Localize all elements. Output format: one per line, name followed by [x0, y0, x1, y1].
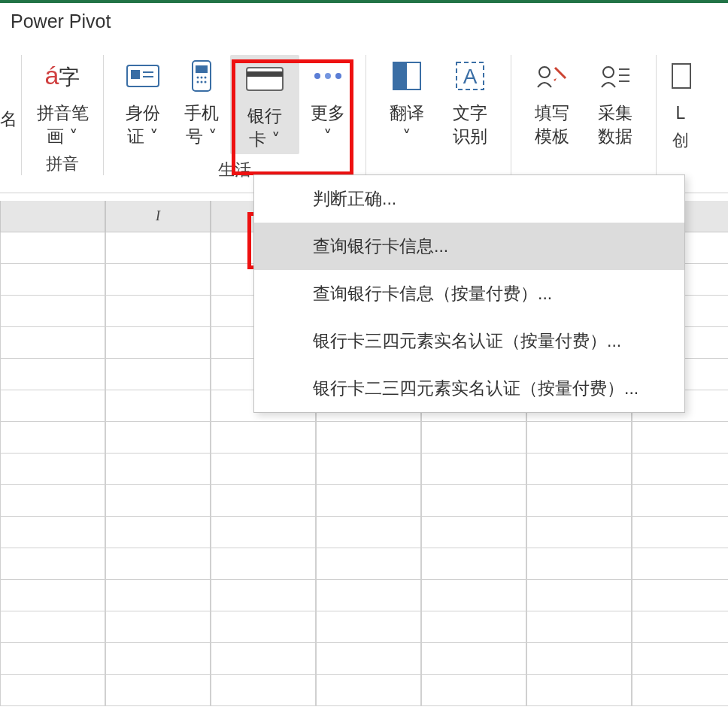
grid-cell[interactable] [211, 454, 316, 485]
menu-item-validate[interactable]: 判断正确... [254, 175, 684, 223]
grid-cell[interactable] [421, 485, 526, 517]
grid-cell[interactable] [105, 580, 211, 611]
grid-cell[interactable] [526, 580, 632, 611]
grid-cell[interactable] [0, 327, 105, 359]
more-button[interactable]: 更多 ˅ [299, 55, 356, 148]
grid-cell[interactable] [105, 232, 211, 264]
grid-cell[interactable] [632, 611, 728, 643]
partial-button-left[interactable]: 名 [0, 40, 17, 193]
grid-cell[interactable] [316, 675, 421, 706]
column-header[interactable] [0, 201, 105, 232]
grid-cell[interactable] [526, 517, 632, 548]
grid-cell[interactable] [526, 422, 632, 454]
grid-cell[interactable] [0, 580, 105, 611]
grid-cell[interactable] [105, 390, 211, 422]
grid-cell[interactable] [316, 580, 421, 611]
svg-rect-5 [196, 65, 208, 73]
grid-cell[interactable] [632, 485, 728, 517]
partial-icon [669, 55, 692, 97]
grid-cell[interactable] [316, 485, 421, 517]
id-card-button[interactable]: 身份 证 ˅ [113, 55, 173, 148]
grid-cell[interactable] [316, 548, 421, 580]
grid-cell[interactable] [211, 611, 316, 643]
grid-row [0, 675, 728, 706]
grid-cell[interactable] [105, 327, 211, 359]
grid-cell[interactable] [526, 548, 632, 580]
grid-cell[interactable] [526, 454, 632, 485]
grid-cell[interactable] [0, 232, 105, 264]
grid-cell[interactable] [316, 422, 421, 454]
menu-item-verify-234[interactable]: 银行卡二三四元素实名认证（按量付费）... [254, 365, 684, 412]
grid-cell[interactable] [105, 264, 211, 296]
grid-cell[interactable] [105, 422, 211, 454]
grid-cell[interactable] [632, 517, 728, 548]
grid-cell[interactable] [632, 580, 728, 611]
grid-cell[interactable] [421, 643, 526, 675]
grid-cell[interactable] [526, 485, 632, 517]
grid-cell[interactable] [105, 296, 211, 327]
grid-cell[interactable] [105, 643, 211, 675]
ocr-button[interactable]: A 文字 识别 [438, 55, 502, 148]
collect-data-button[interactable]: 采集 数据 [584, 55, 647, 148]
grid-cell[interactable] [211, 675, 316, 706]
grid-cell[interactable] [632, 454, 728, 485]
grid-cell[interactable] [316, 611, 421, 643]
grid-cell[interactable] [105, 548, 211, 580]
grid-cell[interactable] [421, 422, 526, 454]
grid-cell[interactable] [526, 675, 632, 706]
grid-cell[interactable] [211, 517, 316, 548]
grid-cell[interactable] [0, 517, 105, 548]
grid-cell[interactable] [526, 643, 632, 675]
grid-cell[interactable] [632, 422, 728, 454]
grid-cell[interactable] [0, 611, 105, 643]
grid-cell[interactable] [211, 485, 316, 517]
grid-cell[interactable] [316, 517, 421, 548]
grid-cell[interactable] [0, 390, 105, 422]
fill-template-label: 填写 模板 [535, 102, 569, 148]
grid-cell[interactable] [0, 264, 105, 296]
grid-cell[interactable] [105, 517, 211, 548]
grid-cell[interactable] [316, 643, 421, 675]
grid-cell[interactable] [105, 485, 211, 517]
grid-cell[interactable] [421, 611, 526, 643]
grid-cell[interactable] [211, 548, 316, 580]
menu-item-verify-34[interactable]: 银行卡三四元素实名认证（按量付费）... [254, 317, 684, 365]
pinyin-button[interactable]: á字 拼音笔 画 ˅ [31, 55, 94, 148]
grid-cell[interactable] [0, 643, 105, 675]
grid-cell[interactable] [526, 611, 632, 643]
grid-cell[interactable] [316, 454, 421, 485]
fill-template-icon [535, 55, 569, 97]
column-header[interactable]: I [105, 201, 211, 232]
grid-cell[interactable] [105, 675, 211, 706]
phone-button[interactable]: 手机 号 ˅ [173, 55, 230, 148]
grid-cell[interactable] [0, 485, 105, 517]
bank-card-button[interactable]: 银行 卡 ˅ [230, 55, 299, 154]
menu-item-query-bank-paid[interactable]: 查询银行卡信息（按量付费）... [254, 270, 684, 317]
grid-cell[interactable] [211, 580, 316, 611]
grid-cell[interactable] [632, 675, 728, 706]
grid-cell[interactable] [632, 643, 728, 675]
fill-template-button[interactable]: 填写 模板 [520, 55, 584, 148]
grid-cell[interactable] [421, 580, 526, 611]
grid-cell[interactable] [211, 422, 316, 454]
svg-point-8 [205, 77, 207, 79]
grid-cell[interactable] [105, 454, 211, 485]
grid-cell[interactable] [421, 675, 526, 706]
grid-cell[interactable] [421, 548, 526, 580]
grid-cell[interactable] [211, 643, 316, 675]
grid-cell[interactable] [105, 611, 211, 643]
menu-item-query-bank-info[interactable]: 查询银行卡信息... [254, 223, 684, 270]
grid-cell[interactable] [421, 517, 526, 548]
grid-cell[interactable] [421, 454, 526, 485]
grid-cell[interactable] [105, 359, 211, 390]
grid-cell[interactable] [632, 548, 728, 580]
grid-cell[interactable] [0, 296, 105, 327]
grid-cell[interactable] [0, 454, 105, 485]
grid-cell[interactable] [0, 675, 105, 706]
grid-cell[interactable] [0, 359, 105, 390]
grid-cell[interactable] [0, 422, 105, 454]
partial-button-lc[interactable]: L [666, 55, 696, 125]
translate-button[interactable]: 翻译 ˅ [375, 55, 438, 148]
translate-icon [392, 55, 422, 97]
grid-cell[interactable] [0, 548, 105, 580]
